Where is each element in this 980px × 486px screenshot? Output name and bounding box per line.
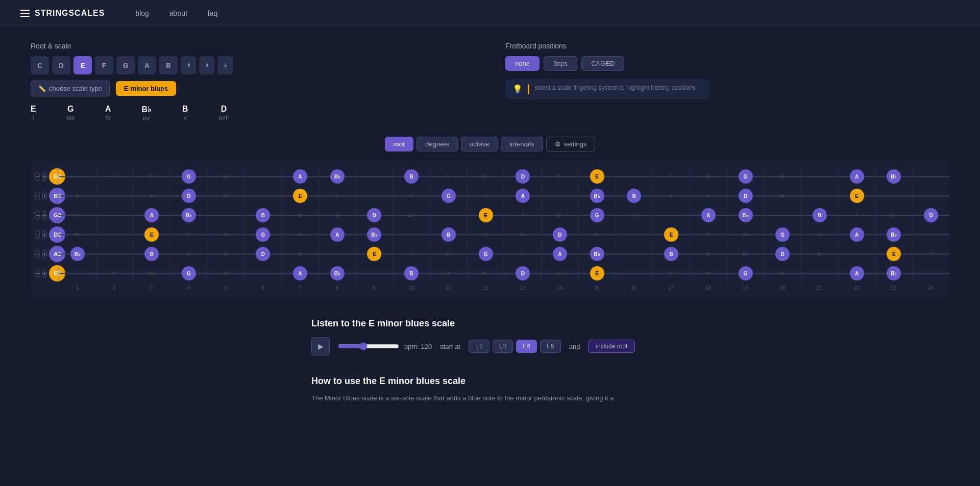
fret-note[interactable]: D♭ bbox=[330, 208, 345, 222]
fret-note[interactable]: E♭ bbox=[553, 169, 567, 184]
fret-note[interactable]: B♭ bbox=[330, 266, 345, 280]
fret-note[interactable]: F bbox=[664, 266, 678, 280]
fret-note[interactable]: F bbox=[516, 208, 530, 222]
fret-note[interactable]: G bbox=[479, 247, 493, 261]
fret-note[interactable]: B bbox=[627, 189, 641, 203]
fret-note[interactable]: C bbox=[293, 208, 307, 222]
fret-note[interactable]: A♭ bbox=[775, 266, 790, 280]
fret-note[interactable] bbox=[627, 169, 641, 184]
fret-note[interactable]: D bbox=[367, 208, 381, 222]
string-minus-button[interactable]: − bbox=[35, 172, 40, 181]
fret-note[interactable]: A bbox=[701, 208, 716, 222]
fret-note[interactable] bbox=[627, 247, 641, 261]
fret-note[interactable]: B♭ bbox=[590, 189, 604, 203]
view-intervals-button[interactable]: intervals bbox=[501, 137, 543, 151]
fret-note[interactable]: E bbox=[293, 189, 307, 203]
fret-note[interactable]: C bbox=[664, 189, 678, 203]
hamburger-icon[interactable] bbox=[20, 10, 30, 17]
fret-note[interactable]: B♭ bbox=[887, 169, 901, 184]
fret-note[interactable] bbox=[442, 208, 456, 222]
fret-note[interactable]: D♭ bbox=[479, 266, 493, 280]
fret-note[interactable]: G bbox=[442, 189, 456, 203]
fret-note[interactable]: A♭ bbox=[479, 189, 493, 203]
note-btn-e[interactable]: E bbox=[74, 56, 92, 74]
fret-note[interactable] bbox=[813, 266, 827, 280]
fret-note[interactable]: D bbox=[516, 169, 530, 184]
fret-note[interactable]: D bbox=[775, 247, 790, 261]
fret-note[interactable]: A♭ bbox=[775, 169, 790, 184]
fret-note[interactable]: B♭ bbox=[70, 247, 85, 261]
string-plus-button[interactable]: + bbox=[42, 172, 47, 181]
fret-note[interactable]: A bbox=[144, 208, 159, 222]
fret-note[interactable] bbox=[553, 189, 567, 203]
fret-note[interactable]: C bbox=[70, 189, 85, 203]
fret-note[interactable] bbox=[256, 169, 270, 184]
fret-note[interactable]: G bbox=[590, 208, 604, 222]
string-minus-button[interactable]: − bbox=[35, 230, 40, 239]
include-root-button[interactable]: include root bbox=[588, 340, 635, 353]
fret-note[interactable] bbox=[924, 189, 938, 203]
nav-about[interactable]: about bbox=[169, 9, 187, 17]
play-button[interactable]: ▶ bbox=[311, 337, 330, 355]
fret-note[interactable]: A♭ bbox=[516, 247, 530, 261]
fret-note[interactable]: B bbox=[813, 208, 827, 222]
fret-note[interactable]: E bbox=[367, 247, 381, 261]
fret-note[interactable]: B bbox=[404, 266, 419, 280]
fret-note[interactable]: C bbox=[442, 169, 456, 184]
fret-note[interactable]: G♭ bbox=[701, 169, 716, 184]
string-plus-button[interactable]: + bbox=[42, 249, 47, 259]
fret-note[interactable]: F bbox=[924, 247, 938, 261]
fret-note[interactable]: D♭ bbox=[887, 208, 901, 222]
fret-note[interactable]: E♭ bbox=[775, 189, 790, 203]
fret-note[interactable]: G♭ bbox=[144, 169, 159, 184]
note-btn-b[interactable]: B bbox=[159, 56, 178, 74]
note-btn-a[interactable]: A bbox=[138, 56, 156, 74]
fret-note[interactable] bbox=[219, 208, 233, 222]
note-btn-d[interactable]: D bbox=[52, 56, 70, 74]
choose-scale-button[interactable]: ✏️ choose scale type bbox=[31, 81, 110, 96]
accidental-btn[interactable]: ♯ bbox=[199, 56, 214, 74]
fret-note[interactable] bbox=[108, 189, 122, 203]
fret-note[interactable]: B♭ bbox=[590, 247, 604, 261]
fret-note[interactable]: F bbox=[108, 266, 122, 280]
fret-note[interactable]: G♭ bbox=[144, 266, 159, 280]
nav-faq[interactable]: faq bbox=[208, 9, 217, 17]
fret-note[interactable]: A♭ bbox=[627, 208, 641, 222]
string-minus-button[interactable]: − bbox=[35, 211, 40, 220]
fret-note[interactable]: D♭ bbox=[739, 247, 753, 261]
fret-note[interactable]: F bbox=[701, 227, 716, 242]
fret-note[interactable]: E♭ bbox=[813, 247, 827, 261]
fret-note[interactable]: A♭ bbox=[813, 227, 827, 242]
fret-note[interactable] bbox=[924, 266, 938, 280]
fret-note[interactable]: D♭ bbox=[479, 169, 493, 184]
fret-note[interactable]: A♭ bbox=[219, 266, 233, 280]
fret-note[interactable]: A♭ bbox=[70, 208, 85, 222]
bpm-slider[interactable] bbox=[338, 342, 399, 350]
accidental-btn[interactable]: ♯ bbox=[181, 56, 196, 74]
fret-note[interactable]: C bbox=[182, 247, 196, 261]
fret-note[interactable]: G bbox=[775, 227, 790, 242]
fret-note[interactable]: F bbox=[108, 169, 122, 184]
fret-note[interactable]: G bbox=[182, 266, 196, 280]
fret-note[interactable] bbox=[256, 266, 270, 280]
fret-note[interactable] bbox=[924, 169, 938, 184]
fret-note[interactable]: G♭ bbox=[404, 189, 419, 203]
fret-note[interactable]: E♭ bbox=[404, 208, 419, 222]
fret-note[interactable] bbox=[367, 266, 381, 280]
fret-note[interactable] bbox=[367, 189, 381, 203]
fret-note[interactable]: A bbox=[293, 169, 307, 184]
octave-btn-e2[interactable]: E2 bbox=[469, 340, 489, 353]
fret-note[interactable]: G bbox=[739, 169, 753, 184]
fret-note[interactable]: B bbox=[664, 247, 678, 261]
fret-note[interactable]: B♭ bbox=[887, 266, 901, 280]
string-plus-button[interactable]: + bbox=[42, 211, 47, 220]
octave-btn-e3[interactable]: E3 bbox=[493, 340, 513, 353]
string-plus-button[interactable]: + bbox=[42, 230, 47, 239]
fret-note[interactable]: A bbox=[330, 227, 345, 242]
fret-note[interactable]: B♭ bbox=[739, 208, 753, 222]
view-octave-button[interactable]: octave bbox=[461, 137, 498, 151]
fret-note[interactable]: B♭ bbox=[182, 208, 196, 222]
position-btn-none[interactable]: none bbox=[505, 56, 540, 71]
fret-note[interactable]: A♭ bbox=[219, 169, 233, 184]
fret-note[interactable]: E♭ bbox=[70, 227, 85, 242]
